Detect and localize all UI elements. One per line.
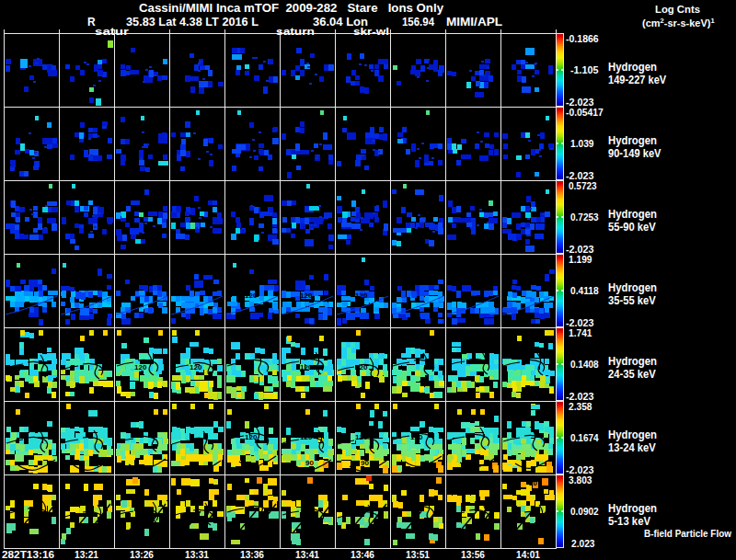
svg-text:13:51: 13:51	[406, 549, 430, 560]
svg-text:B-field Particle Flow: B-field Particle Flow	[644, 528, 731, 539]
svg-text:-0.1866: -0.1866	[566, 33, 599, 44]
svg-text:35-55 keV: 35-55 keV	[608, 294, 656, 307]
svg-text:-0.05417: -0.05417	[566, 107, 604, 118]
svg-text:120: 120	[190, 363, 202, 371]
svg-text:0.1674: 0.1674	[570, 432, 599, 443]
svg-text:120: 120	[300, 291, 313, 300]
svg-text:Hydrogen: Hydrogen	[608, 502, 657, 515]
svg-text:3.803: 3.803	[569, 474, 592, 486]
svg-text:1.199: 1.199	[569, 254, 592, 265]
svg-text:2.358: 2.358	[569, 401, 592, 412]
svg-text:Hydrogen: Hydrogen	[608, 281, 657, 294]
svg-text:0.5723: 0.5723	[569, 180, 597, 191]
svg-text:13:46: 13:46	[351, 549, 374, 560]
svg-text:20: 20	[529, 479, 537, 487]
svg-text:2.023: 2.023	[571, 538, 595, 549]
svg-text:90: 90	[471, 459, 479, 467]
svg-text:MIMI/APL: MIMI/APL	[446, 16, 502, 29]
svg-text:skr-wl: skr-wl	[353, 26, 389, 37]
svg-text:5-13 keV: 5-13 keV	[608, 515, 650, 528]
svg-text:Hydrogen: Hydrogen	[608, 61, 657, 74]
svg-text:1.741: 1.741	[569, 327, 592, 338]
svg-text:90: 90	[361, 459, 369, 467]
svg-text:13:41: 13:41	[295, 549, 319, 560]
svg-text:13:56: 13:56	[461, 549, 485, 560]
svg-text:120: 120	[355, 291, 368, 300]
svg-text:55-90 keV: 55-90 keV	[608, 221, 656, 234]
svg-text:24-35 keV: 24-35 keV	[608, 368, 656, 381]
svg-text:13:21: 13:21	[75, 549, 98, 560]
svg-text:156.94: 156.94	[402, 16, 434, 29]
svg-text:13-24 keV: 13-24 keV	[608, 441, 656, 454]
svg-text:120: 120	[245, 291, 258, 300]
svg-text:0.4118: 0.4118	[570, 285, 599, 296]
svg-text:Log Cnts: Log Cnts	[655, 4, 700, 15]
svg-text:120: 120	[300, 433, 313, 441]
svg-text:120: 120	[355, 433, 368, 441]
svg-text:90: 90	[305, 459, 314, 467]
svg-text:14:01: 14:01	[516, 549, 540, 560]
svg-text:(cm2-sr-s-keV)1: (cm2-sr-s-keV)1	[642, 17, 715, 29]
svg-text:120: 120	[245, 433, 258, 441]
svg-text:149-227 keV: 149-227 keV	[608, 74, 666, 86]
svg-text:saturn: saturn	[276, 26, 315, 37]
svg-text:13:26: 13:26	[130, 549, 154, 560]
svg-text:-1.105: -1.105	[570, 64, 599, 75]
svg-text:Hydrogen: Hydrogen	[608, 355, 657, 368]
svg-text:120: 120	[410, 433, 423, 441]
svg-text:Cassini/MIMI Inca mTOF 2009-2: Cassini/MIMI Inca mTOF 2009-282 Stare Io…	[139, 2, 443, 15]
svg-text:satur: satur	[95, 26, 130, 37]
svg-text:13:31: 13:31	[185, 549, 209, 560]
svg-text:0.7253: 0.7253	[570, 211, 599, 223]
svg-text:282T13:16: 282T13:16	[2, 549, 54, 560]
svg-text:120: 120	[355, 363, 368, 371]
svg-text:0.0902: 0.0902	[570, 506, 599, 517]
svg-text:35.83 Lat 4.38 LT 2016 L: 35.83 Lat 4.38 LT 2016 L	[126, 16, 259, 29]
svg-text:0.1408: 0.1408	[570, 359, 599, 370]
svg-text:1.039: 1.039	[570, 138, 594, 149]
svg-text:120: 120	[134, 363, 147, 371]
svg-text:13:36: 13:36	[240, 549, 264, 560]
svg-text:Hydrogen: Hydrogen	[608, 429, 657, 441]
svg-text:120: 120	[300, 363, 313, 371]
svg-text:Hydrogen: Hydrogen	[608, 208, 657, 221]
svg-text:Hydrogen: Hydrogen	[608, 134, 657, 147]
svg-text:90-149 keV: 90-149 keV	[608, 147, 661, 160]
